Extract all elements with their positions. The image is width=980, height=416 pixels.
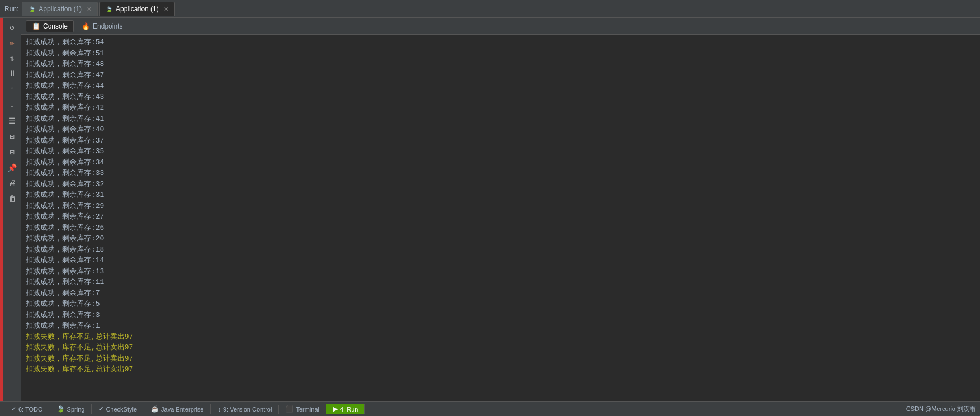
spring-label: Spring: [67, 406, 85, 413]
console-line: 扣减成功，剩余库存:54: [26, 37, 976, 48]
todo-label: 6: TODO: [18, 406, 43, 413]
console-line: 扣减成功，剩余库存:27: [26, 211, 976, 223]
java-enterprise-label: Java Enterprise: [161, 406, 203, 413]
status-spring[interactable]: 🍃 Spring: [50, 404, 92, 414]
todo-icon: ✓: [11, 405, 16, 413]
console-line: 扣减失败，库存不足,总计卖出97: [26, 342, 976, 353]
pause-button[interactable]: ⏸: [6, 67, 19, 81]
console-label: Console: [43, 22, 68, 30]
tab-1-label: Application (1): [39, 5, 82, 13]
tab-1-icon: 🍃: [28, 5, 36, 13]
endpoints-icon: 🔥: [82, 22, 90, 30]
down-button[interactable]: ↓: [6, 98, 19, 112]
console-line: 扣减成功，剩余库存:47: [26, 70, 976, 81]
tab-1-close[interactable]: ✕: [87, 6, 92, 13]
print-button[interactable]: 🖨: [6, 177, 19, 190]
rerun-button[interactable]: ↺: [6, 20, 19, 34]
java-enterprise-icon: ☕: [151, 405, 159, 413]
console-line: 扣减成功，剩余库存:40: [26, 124, 976, 135]
status-tabs: ✓ 6: TODO 🍃 Spring ✔ CheckStyle ☕ Java E…: [4, 404, 976, 414]
tab-endpoints[interactable]: 🔥 Endpoints: [76, 21, 128, 32]
filter-button[interactable]: ⊟: [6, 130, 19, 143]
lines-button[interactable]: ☰: [6, 114, 19, 127]
tab-1[interactable]: 🍃 Application (1) ✕: [22, 2, 98, 16]
console-line: 扣减成功，剩余库存:41: [26, 114, 976, 125]
console-line: 扣减成功，剩余库存:20: [26, 233, 976, 244]
console-output[interactable]: 扣减成功，剩余库存:54扣减成功，剩余库存:51扣减成功，剩余库存:48扣减成功…: [21, 35, 980, 401]
version-control-label: 9: Version Control: [223, 406, 272, 413]
console-line: 扣减失败，库存不足,总计卖出97: [26, 332, 976, 343]
tab-2-label: Application (1): [116, 5, 159, 13]
tab-console[interactable]: 📋 Console: [26, 20, 74, 32]
console-panel: 📋 Console 🔥 Endpoints 扣减成功，剩余库存:54扣减成功，剩…: [21, 18, 980, 401]
console-line: 扣减成功，剩余库存:5: [26, 299, 976, 310]
up-button[interactable]: ↑: [6, 83, 19, 96]
status-run[interactable]: ▶ 4: Run: [326, 404, 365, 414]
console-line: 扣减成功，剩余库存:18: [26, 244, 976, 256]
console-line: 扣减成功，剩余库存:43: [26, 92, 976, 103]
tab-bar: Run: 🍃 Application (1) ✕ 🍃 Application (…: [0, 0, 980, 18]
pin-button[interactable]: 📌: [6, 161, 19, 174]
sort-button[interactable]: ⇅: [6, 51, 19, 65]
tab-2[interactable]: 🍃 Application (1) ✕: [99, 2, 175, 16]
status-bar: ✓ 6: TODO 🍃 Spring ✔ CheckStyle ☕ Java E…: [0, 401, 980, 416]
console-line: 扣减成功，剩余库存:11: [26, 277, 976, 288]
spring-icon: 🍃: [57, 405, 65, 413]
checkstyle-icon: ✔: [98, 405, 103, 413]
tool-tabs: 📋 Console 🔥 Endpoints: [21, 18, 980, 35]
console-line: 扣减成功，剩余库存:37: [26, 135, 976, 146]
status-java-enterprise[interactable]: ☕ Java Enterprise: [144, 404, 211, 414]
status-terminal[interactable]: ⬛ Terminal: [279, 404, 326, 414]
checkstyle-label: CheckStyle: [106, 406, 137, 413]
console-line: 扣减成功，剩余库存:48: [26, 59, 976, 70]
console-line: 扣减成功，剩余库存:32: [26, 179, 976, 190]
console-line: 扣减成功，剩余库存:1: [26, 320, 976, 332]
tab-2-close[interactable]: ✕: [164, 6, 169, 13]
console-line: 扣减成功，剩余库存:33: [26, 168, 976, 179]
console-line: 扣减成功，剩余库存:13: [26, 266, 976, 277]
console-line: 扣减成功，剩余库存:35: [26, 146, 976, 157]
console-line: 扣减成功，剩余库存:26: [26, 223, 976, 234]
terminal-label: Terminal: [296, 406, 319, 413]
edit-button[interactable]: ✏: [6, 36, 19, 49]
console-line: 扣减成功，剩余库存:42: [26, 102, 976, 114]
status-version-control[interactable]: ↕ 9: Version Control: [211, 405, 279, 414]
console-line: 扣减成功，剩余库存:51: [26, 48, 976, 59]
run-icon: ▶: [333, 405, 338, 413]
main-layout: ↺ ✏ ⇅ ⏸ ↑ ↓ ☰ ⊟ ⊟ 📌 🖨 🗑 📋 Console 🔥 Endp…: [0, 18, 980, 401]
status-checkstyle[interactable]: ✔ CheckStyle: [92, 404, 144, 414]
console-line: 扣减成功，剩余库存:29: [26, 201, 976, 212]
console-line: 扣减成功，剩余库存:44: [26, 81, 976, 92]
status-todo[interactable]: ✓ 6: TODO: [4, 404, 50, 414]
console-line: 扣减成功，剩余库存:34: [26, 157, 976, 168]
filter2-button[interactable]: ⊟: [6, 145, 19, 159]
console-line: 扣减失败，库存不足,总计卖出97: [26, 353, 976, 365]
console-line: 扣减成功，剩余库存:14: [26, 255, 976, 266]
console-icon: 📋: [32, 22, 40, 30]
sidebar: ↺ ✏ ⇅ ⏸ ↑ ↓ ☰ ⊟ ⊟ 📌 🖨 🗑: [3, 18, 21, 401]
status-right-text: CSDN @Mercurio 刘汉雨: [906, 405, 976, 413]
console-line: 扣减失败，库存不足,总计卖出97: [26, 364, 976, 375]
tab-2-icon: 🍃: [105, 5, 113, 13]
endpoints-label: Endpoints: [93, 22, 122, 30]
delete-button[interactable]: 🗑: [6, 192, 19, 206]
run-label: Run:: [4, 5, 18, 13]
console-line: 扣减成功，剩余库存:31: [26, 190, 976, 201]
version-control-icon: ↕: [217, 406, 221, 413]
terminal-icon: ⬛: [286, 405, 293, 413]
console-line: 扣减成功，剩余库存:3: [26, 310, 976, 321]
console-line: 扣减成功，剩余库存:7: [26, 288, 976, 299]
run-label-status: 4: Run: [340, 406, 358, 413]
